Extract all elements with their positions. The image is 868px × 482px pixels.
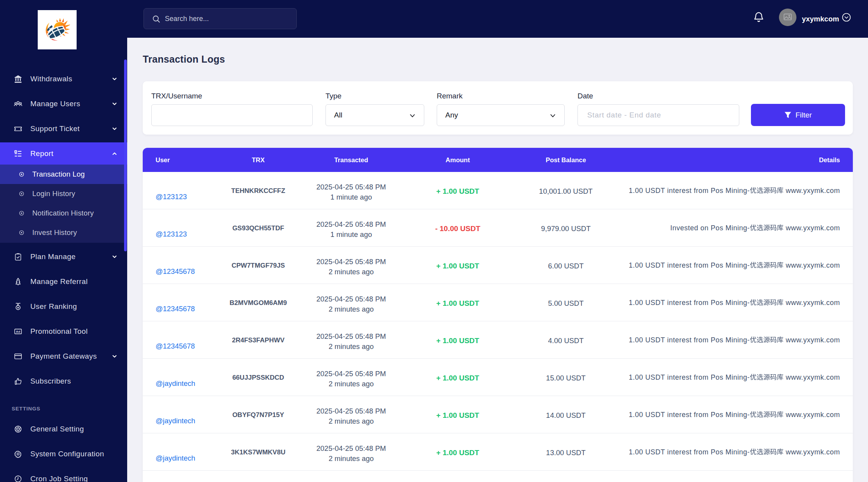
svg-text:Ad: Ad <box>16 330 20 333</box>
